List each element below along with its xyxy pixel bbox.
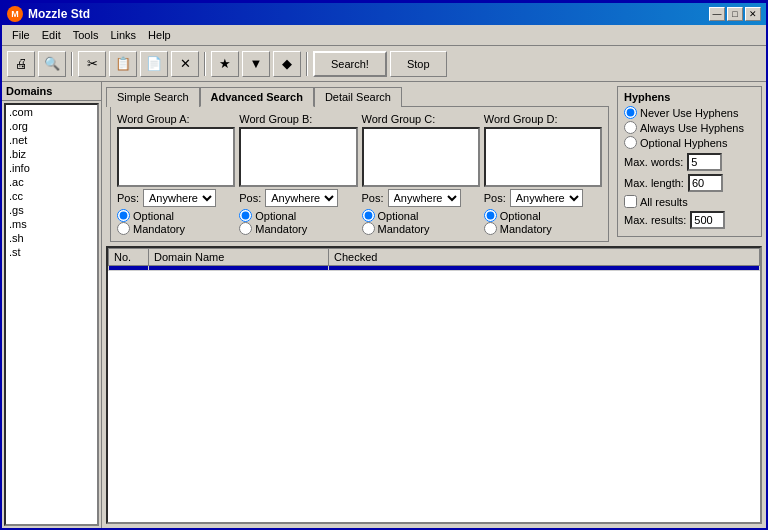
pos-row-c: Pos: Anywhere Start End Exact [362, 189, 480, 207]
separator-1 [71, 52, 73, 76]
domain-ms[interactable]: .ms [6, 217, 97, 231]
all-results-label: All results [640, 196, 688, 208]
menu-file[interactable]: File [6, 27, 36, 43]
optional-radio-a[interactable]: Optional [117, 209, 235, 222]
word-group-b: Word Group B: Pos: Anywhere Start End Ex… [239, 113, 357, 235]
domain-info[interactable]: .info [6, 161, 97, 175]
pos-row-d: Pos: Anywhere Start End Exact [484, 189, 602, 207]
pos-select-c[interactable]: Anywhere Start End Exact [388, 189, 461, 207]
domain-com[interactable]: .com [6, 105, 97, 119]
word-group-d-label: Word Group D: [484, 113, 602, 125]
optional-radio-c[interactable]: Optional [362, 209, 480, 222]
tab-detail-search[interactable]: Detail Search [314, 87, 402, 107]
opt-mand-a: Optional Mandatory [117, 209, 235, 235]
word-group-a: Word Group A: Pos: Anywhere Start End Ex… [117, 113, 235, 235]
pos-label-c: Pos: [362, 192, 384, 204]
pos-label-d: Pos: [484, 192, 506, 204]
max-words-row: Max. words: [624, 153, 755, 171]
domain-list[interactable]: .com .org .net .biz .info .ac .cc .gs .m… [4, 103, 99, 526]
table-row[interactable] [109, 266, 760, 271]
word-group-c: Word Group C: Pos: Anywhere Start End Ex… [362, 113, 480, 235]
col-domain-name: Domain Name [149, 249, 329, 266]
max-words-input[interactable] [687, 153, 722, 171]
max-results-input[interactable] [690, 211, 725, 229]
domain-sh[interactable]: .sh [6, 231, 97, 245]
tab-simple-search[interactable]: Simple Search [106, 87, 200, 107]
max-results-row: Max. results: [624, 211, 755, 229]
all-results-checkbox[interactable] [624, 195, 637, 208]
stop-button[interactable]: Stop [390, 51, 447, 77]
mandatory-radio-a[interactable]: Mandatory [117, 222, 235, 235]
domain-biz[interactable]: .biz [6, 147, 97, 161]
word-group-d-input[interactable] [484, 127, 602, 187]
content-area: Simple Search Advanced Search Detail Sea… [102, 82, 766, 528]
cell-domain [149, 266, 329, 271]
maximize-button[interactable]: □ [727, 7, 743, 21]
tab-advanced-search[interactable]: Advanced Search [200, 87, 314, 107]
mandatory-radio-d[interactable]: Mandatory [484, 222, 602, 235]
star-button[interactable]: ★ [211, 51, 239, 77]
domain-ac[interactable]: .ac [6, 175, 97, 189]
pos-select-d[interactable]: Anywhere Start End Exact [510, 189, 583, 207]
word-group-b-label: Word Group B: [239, 113, 357, 125]
all-results-row: All results [624, 195, 755, 208]
pos-select-b[interactable]: Anywhere Start End Exact [265, 189, 338, 207]
pos-select-a[interactable]: Anywhere Start End Exact [143, 189, 216, 207]
always-hyphens-row: Always Use Hyphens [624, 121, 755, 134]
domain-org[interactable]: .org [6, 119, 97, 133]
minimize-button[interactable]: — [709, 7, 725, 21]
print-button[interactable]: 🖨 [7, 51, 35, 77]
never-hyphens-radio[interactable] [624, 106, 637, 119]
never-hyphens-label: Never Use Hyphens [640, 107, 738, 119]
optional-radio-d[interactable]: Optional [484, 209, 602, 222]
word-group-a-label: Word Group A: [117, 113, 235, 125]
menu-bar: File Edit Tools Links Help [2, 25, 766, 46]
hyphens-settings: Max. words: Max. length: All results [624, 153, 755, 229]
search-small-button[interactable]: 🔍 [38, 51, 66, 77]
mandatory-radio-b[interactable]: Mandatory [239, 222, 357, 235]
opt-mand-c: Optional Mandatory [362, 209, 480, 235]
paste-button[interactable]: 📄 [140, 51, 168, 77]
results-table: No. Domain Name Checked [108, 248, 760, 271]
pos-row-b: Pos: Anywhere Start End Exact [239, 189, 357, 207]
separator-2 [204, 52, 206, 76]
results-table-area[interactable]: No. Domain Name Checked [106, 246, 762, 524]
word-group-b-input[interactable] [239, 127, 357, 187]
word-group-c-input[interactable] [362, 127, 480, 187]
search-panel: Word Group A: Pos: Anywhere Start End Ex… [110, 106, 609, 242]
optional-hyphens-radio[interactable] [624, 136, 637, 149]
optional-hyphens-label: Optional Hyphens [640, 137, 727, 149]
max-length-row: Max. length: [624, 174, 755, 192]
optional-hyphens-row: Optional Hyphens [624, 136, 755, 149]
close-button[interactable]: ✕ [745, 7, 761, 21]
main-area: Domains .com .org .net .biz .info .ac .c… [2, 82, 766, 528]
col-checked: Checked [329, 249, 760, 266]
word-group-a-input[interactable] [117, 127, 235, 187]
domain-net[interactable]: .net [6, 133, 97, 147]
cut-button[interactable]: ✂ [78, 51, 106, 77]
table-header-row: No. Domain Name Checked [109, 249, 760, 266]
pos-label-b: Pos: [239, 192, 261, 204]
gem-button[interactable]: ◆ [273, 51, 301, 77]
always-hyphens-label: Always Use Hyphens [640, 122, 744, 134]
search-button[interactable]: Search! [313, 51, 387, 77]
domain-gs[interactable]: .gs [6, 203, 97, 217]
menu-links[interactable]: Links [104, 27, 142, 43]
max-length-input[interactable] [688, 174, 723, 192]
domain-cc[interactable]: .cc [6, 189, 97, 203]
filter-button[interactable]: ▼ [242, 51, 270, 77]
tabs-and-search: Simple Search Advanced Search Detail Sea… [106, 86, 613, 246]
menu-edit[interactable]: Edit [36, 27, 67, 43]
app-icon: M [7, 6, 23, 22]
copy-button[interactable]: 📋 [109, 51, 137, 77]
menu-help[interactable]: Help [142, 27, 177, 43]
opt-mand-b: Optional Mandatory [239, 209, 357, 235]
mandatory-radio-c[interactable]: Mandatory [362, 222, 480, 235]
col-no: No. [109, 249, 149, 266]
menu-tools[interactable]: Tools [67, 27, 105, 43]
domain-st[interactable]: .st [6, 245, 97, 259]
optional-radio-b[interactable]: Optional [239, 209, 357, 222]
always-hyphens-radio[interactable] [624, 121, 637, 134]
max-length-label: Max. length: [624, 177, 684, 189]
delete-button[interactable]: ✕ [171, 51, 199, 77]
